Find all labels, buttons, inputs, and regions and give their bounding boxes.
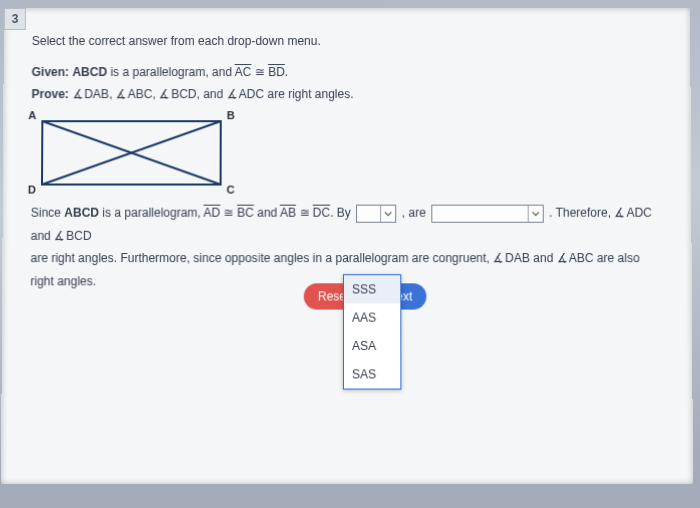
dropdown-triangles[interactable] (431, 204, 543, 222)
instruction-text: Select the correct answer from each drop… (32, 32, 661, 51)
angle-adc: ADC (227, 87, 264, 101)
monitor-bezel: 3 Select the correct answer from each dr… (0, 0, 700, 508)
vertex-b: B (227, 107, 235, 124)
prove-row: Prove: DAB, ABC, BCD, and ADC are right … (31, 85, 660, 104)
rectangle-diagram (41, 120, 222, 185)
angle-abc: ABC (116, 87, 153, 101)
dropdown-option[interactable]: AAS (344, 304, 400, 332)
given-row: Given: ABCD is a parallelogram, and AC ≅… (32, 63, 661, 82)
given-shape: ABCD (72, 65, 107, 79)
vertex-a: A (28, 107, 36, 124)
dropdown-menu-open[interactable]: SSS AAS ASA SAS (343, 274, 401, 389)
vertex-d: D (28, 181, 36, 198)
question-number-badge: 3 (4, 8, 26, 30)
seg-bc: BC (237, 205, 254, 219)
angle-dab-2: DAB (493, 251, 530, 265)
chevron-down-icon (528, 205, 543, 221)
segment-ac: AC (235, 65, 252, 79)
question-content: Select the correct answer from each drop… (30, 32, 661, 293)
seg-dc: DC (313, 205, 330, 219)
figure-parallelogram: A B C D (31, 110, 232, 195)
angle-adc-2: ADC (614, 205, 652, 219)
dropdown-option[interactable]: ASA (344, 332, 400, 360)
angle-abc-2: ABC (557, 251, 594, 265)
prove-label: Prove: (31, 87, 68, 101)
prove-end: are right angles. (267, 87, 353, 101)
angle-bcd-2: BCD (54, 228, 92, 242)
dropdown-option[interactable]: SAS (344, 360, 400, 388)
vertex-c: C (227, 181, 235, 198)
given-label: Given: (32, 65, 69, 79)
dropdown-option[interactable]: SSS (344, 275, 400, 303)
congruent-symbol: ≅ (255, 65, 268, 79)
dropdown-congruence-rule[interactable] (356, 204, 396, 222)
chevron-down-icon (380, 205, 395, 221)
given-text: is a parallelogram, and (110, 65, 234, 79)
seg-ad: AD (204, 205, 221, 219)
content-screen: 3 Select the correct answer from each dr… (1, 8, 693, 484)
segment-bd: BD (268, 65, 285, 79)
seg-ab: AB (280, 205, 296, 219)
angle-bcd: BCD (159, 87, 196, 101)
angle-dab: DAB (72, 87, 109, 101)
